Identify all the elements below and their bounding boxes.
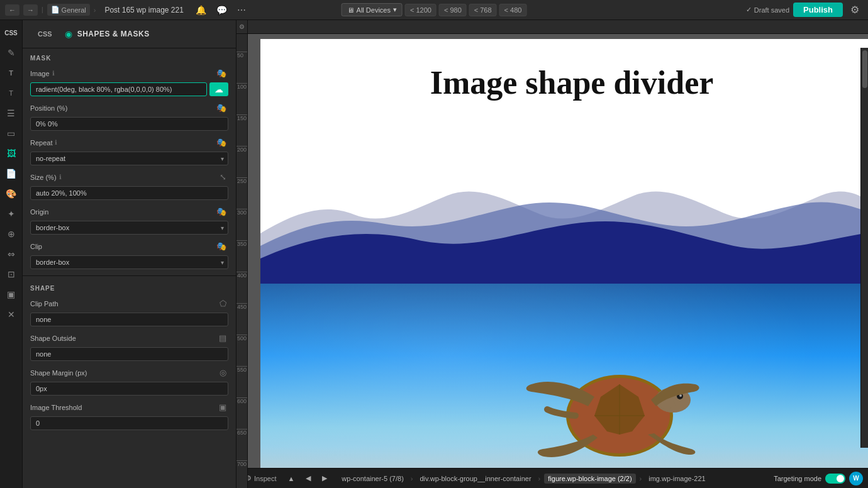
wave-section (260, 120, 868, 284)
shape-outside-icon[interactable]: ▤ (217, 333, 228, 343)
file-icon-button[interactable]: 📄 General (47, 4, 90, 16)
size-label-text: Size (%) (30, 174, 57, 181)
size-info-icon[interactable]: ℹ (59, 174, 62, 180)
ruler-left-700: 700 (236, 460, 247, 467)
targeting-toggle-switch[interactable] (825, 474, 845, 484)
ruler-left-550: 550 (236, 366, 247, 373)
bp1-button[interactable]: < 1200 (405, 4, 437, 16)
iconbar-css-button[interactable]: CSS (2, 24, 21, 42)
clip-select-wrapper: border-box padding-box content-box ▾ (30, 255, 228, 269)
inspect-label: Inspect (254, 475, 276, 482)
breadcrumb-4[interactable]: img.wp-image-221 (645, 474, 708, 484)
more-options-button[interactable]: ⋯ (234, 4, 249, 16)
scrollbar-right[interactable] (860, 48, 868, 448)
clip-path-input[interactable]: none (30, 313, 228, 326)
iconbar-blocks-button[interactable]: ▣ (2, 286, 21, 303)
ruler-corner: ⚙ (236, 20, 248, 33)
device-dropdown-button[interactable]: 🖥 All Devices ▾ (342, 3, 403, 16)
general-label: General (62, 6, 86, 14)
position-action-icon[interactable]: 🎭 (214, 103, 228, 113)
iconbar-add-button[interactable]: ⊕ (2, 225, 21, 243)
canvas-area[interactable]: Image shape divider (248, 34, 868, 468)
upload-button[interactable]: ☁ (209, 82, 228, 96)
iconbar-grid-button[interactable]: ⊡ (2, 265, 21, 283)
turtle-svg (500, 334, 739, 468)
iconbar-star-button[interactable]: ✦ (2, 205, 21, 223)
shape-section: SHAPE Clip Path ⬠ none Shape Outside ▤ (23, 279, 236, 434)
bp3-button[interactable]: < 768 (469, 4, 497, 16)
iconbar-rect-button[interactable]: ▭ (2, 125, 21, 142)
status-right-button[interactable]: ▶ (318, 473, 331, 484)
repeat-select[interactable]: no-repeat repeat repeat-x repeat-y (30, 152, 228, 165)
icon-bar: CSS ✎ T T ☰ ▭ 🖼 📄 🎨 ✦ ⊕ ⇔ ⊡ ▣ ✕ (0, 20, 23, 488)
position-label-text: Position (%) (30, 104, 67, 112)
targeting-mode-label: Targeting mode (774, 475, 821, 482)
draft-saved-status: ✓ Draft saved (746, 6, 789, 14)
clip-path-polygon-icon[interactable]: ⬠ (218, 298, 228, 309)
image-threshold-input[interactable]: 0 (30, 416, 228, 430)
image-info-icon[interactable]: ℹ (52, 70, 55, 77)
shape-margin-input[interactable]: 0px (30, 382, 228, 396)
settings-button[interactable]: ⚙ (847, 3, 863, 17)
iconbar-pen-button[interactable]: ✎ (2, 44, 21, 62)
panel-header-title: SHAPES & MASKS (77, 30, 150, 38)
scroll-thumb[interactable] (862, 50, 867, 88)
image-input[interactable]: radient(0deg, black 80%, rgba(0,0,0,0) 8… (30, 82, 207, 96)
clip-select[interactable]: border-box padding-box content-box (30, 255, 228, 269)
iconbar-list-button[interactable]: ☰ (2, 104, 21, 122)
origin-action-icon[interactable]: 🎭 (214, 206, 228, 217)
main-layout: CSS ✎ T T ☰ ▭ 🖼 📄 🎨 ✦ ⊕ ⇔ ⊡ ▣ ✕ CSS ◉ SH… (0, 20, 868, 488)
breadcrumb-2[interactable]: div.wp-block-group__inner-container (416, 474, 534, 484)
separator: | (42, 6, 43, 13)
ruler-settings-button[interactable]: ⚙ (236, 20, 247, 33)
clip-field-actions: 🎭 (214, 241, 228, 252)
image-field-row: Image ℹ 🎭 (23, 65, 236, 81)
shape-margin-label-text: Shape Margin (px) (30, 369, 87, 377)
comment-button[interactable]: 💬 (213, 4, 230, 16)
size-input[interactable]: auto 20%, 100% (30, 186, 228, 200)
size-label: Size (%) ℹ (30, 174, 62, 181)
notification-button[interactable]: 🔔 (192, 4, 209, 16)
origin-select[interactable]: border-box padding-box content-box (30, 221, 228, 235)
css-tab-button[interactable]: CSS (30, 25, 60, 43)
image-threshold-icon[interactable]: ▣ (217, 402, 228, 413)
publish-button[interactable]: Publish (793, 3, 843, 17)
post-title: Post 165 wp image 221 (104, 6, 183, 14)
shape-margin-icon[interactable]: ◎ (218, 367, 228, 378)
iconbar-swap-button[interactable]: ⇔ (2, 245, 21, 263)
back-button[interactable]: ← (5, 4, 19, 16)
position-input[interactable]: 0% 0% (30, 117, 228, 131)
status-up-button[interactable]: ▲ (284, 474, 298, 484)
repeat-info-icon[interactable]: ℹ (55, 139, 57, 146)
origin-label: Origin (30, 208, 48, 216)
page-preview: Image shape divider (260, 39, 868, 468)
repeat-label-text: Repeat (30, 139, 52, 147)
origin-label-text: Origin (30, 208, 48, 216)
size-field-row: Size (%) ℹ ⤡ (23, 169, 236, 185)
iconbar-doc-button[interactable]: 📄 (2, 165, 21, 182)
forward-button[interactable]: → (23, 4, 38, 16)
bp4-button[interactable]: < 480 (499, 4, 527, 16)
shape-outside-input[interactable]: none (30, 347, 228, 361)
bp2-button[interactable]: < 980 (439, 4, 467, 16)
shape-outside-field-actions: ▤ (217, 333, 228, 343)
repeat-action-icon[interactable]: 🎭 (214, 137, 228, 148)
size-action-icon[interactable]: ⤡ (218, 172, 228, 182)
iconbar-text-button[interactable]: T (2, 64, 21, 82)
image-mask-icon[interactable]: 🎭 (214, 68, 228, 79)
mask-section-title: MASK (23, 48, 236, 65)
breadcrumb-3[interactable]: figure.wp-block-image (2/2) (544, 474, 635, 484)
iconbar-text2-button[interactable]: T (2, 84, 21, 102)
targeting-toggle: Targeting mode (774, 474, 845, 484)
ruler-left-350: 350 (236, 240, 247, 247)
breadcrumb-1[interactable]: wp-container-5 (7/8) (338, 474, 406, 484)
status-left-button[interactable]: ◀ (302, 473, 314, 484)
image-label-text: Image (30, 70, 50, 77)
ruler-left-300: 300 (236, 209, 247, 216)
clip-action-icon[interactable]: 🎭 (214, 241, 228, 252)
ruler-left-600: 600 (236, 397, 247, 404)
iconbar-close-button[interactable]: ✕ (2, 306, 21, 323)
iconbar-image-button[interactable]: 🖼 (2, 145, 21, 162)
iconbar-palette-button[interactable]: 🎨 (2, 185, 21, 202)
checkmark-icon: ✓ (746, 6, 752, 14)
